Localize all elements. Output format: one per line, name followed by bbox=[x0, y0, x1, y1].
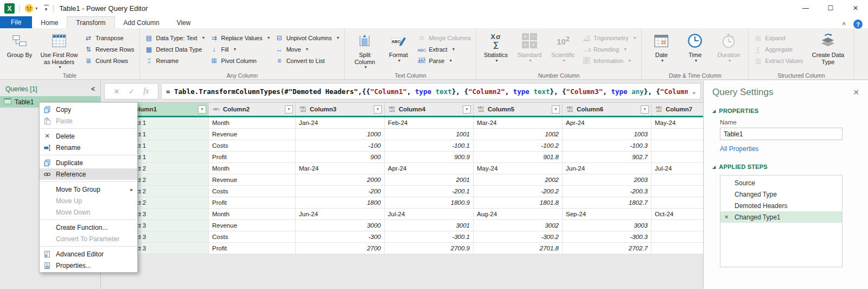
cell[interactable]: 1002 bbox=[474, 129, 563, 140]
replace-values-button[interactable]: ⇉Replace Values▼ bbox=[208, 32, 273, 43]
menu-item-create-function[interactable]: Create Function... bbox=[40, 222, 137, 233]
cell[interactable]: May-24 bbox=[474, 163, 563, 174]
quick-access-customize-button[interactable]: ▼ bbox=[44, 5, 49, 12]
cell[interactable]: 2003 bbox=[563, 174, 652, 186]
formula-check-icon[interactable]: ✓ bbox=[129, 87, 135, 96]
cell[interactable]: -200 bbox=[296, 186, 385, 197]
column-header-column4[interactable]: ABC123Column4▼ bbox=[385, 103, 474, 116]
cell[interactable]: 1001 bbox=[385, 129, 474, 140]
cell[interactable] bbox=[652, 174, 703, 186]
cell[interactable]: Costs bbox=[209, 140, 296, 152]
cell[interactable]: Jul-24 bbox=[652, 163, 703, 174]
filter-dropdown-icon[interactable]: ▼ bbox=[463, 105, 471, 114]
cell[interactable] bbox=[652, 152, 703, 163]
fx-icon[interactable]: fx bbox=[143, 87, 149, 96]
feedback-smiley-button[interactable]: ▼ bbox=[24, 4, 39, 13]
cell[interactable]: 2702.7 bbox=[563, 243, 652, 254]
cell[interactable]: 902.7 bbox=[563, 152, 652, 163]
cell[interactable]: Apr-24 bbox=[563, 117, 652, 129]
cell[interactable]: Aug-24 bbox=[474, 209, 563, 220]
cell[interactable]: -100 bbox=[296, 140, 385, 152]
applied-steps-section-header[interactable]: ◢ APPLIED STEPS bbox=[712, 164, 843, 170]
cell[interactable]: 1000 bbox=[296, 129, 385, 140]
applied-step-source[interactable]: Source bbox=[720, 177, 842, 189]
cell[interactable]: Jul-24 bbox=[385, 209, 474, 220]
collapse-ribbon-icon[interactable]: ^ bbox=[843, 21, 846, 28]
count-rows-button[interactable]: ≣Count Rows bbox=[82, 55, 137, 66]
menu-item-advanced-editor[interactable]: Advanced Editor bbox=[40, 248, 137, 260]
cell[interactable]: 2701.8 bbox=[474, 243, 563, 254]
formula-expand-icon[interactable]: ⌄ bbox=[688, 87, 696, 95]
column-header-column6[interactable]: ABC123Column6▼ bbox=[563, 103, 652, 116]
create-data-type-button[interactable]: Create Data Type bbox=[805, 30, 851, 65]
applied-step-changed-type1[interactable]: ✕Changed Type1 bbox=[720, 211, 842, 223]
cell[interactable]: 3001 bbox=[385, 220, 474, 231]
cell[interactable] bbox=[652, 186, 703, 197]
cell[interactable]: -100.2 bbox=[474, 140, 563, 152]
cell[interactable]: Mar-24 bbox=[296, 163, 385, 174]
filter-dropdown-icon[interactable]: ▼ bbox=[374, 105, 382, 114]
cell[interactable]: 3000 bbox=[296, 220, 385, 231]
column-header-column3[interactable]: ABC123Column3▼ bbox=[296, 103, 385, 116]
cell[interactable]: Revenue bbox=[209, 220, 296, 231]
menu-item-copy[interactable]: Copy bbox=[40, 104, 137, 115]
cell[interactable] bbox=[652, 243, 703, 254]
column-header-column2[interactable]: ABCColumn2▼ bbox=[209, 103, 296, 116]
unpivot-columns-button[interactable]: ⊟Unpivot Columns▼ bbox=[273, 32, 342, 43]
use-first-row-as-headers-button[interactable]: Use First Row as Headers▼ bbox=[36, 30, 82, 70]
applied-step-changed-type[interactable]: Changed Type bbox=[720, 189, 842, 200]
all-properties-link[interactable]: All Properties bbox=[720, 145, 843, 153]
minimize-button[interactable]: — bbox=[793, 0, 818, 16]
cell[interactable]: May-24 bbox=[652, 117, 703, 129]
cell[interactable]: 900 bbox=[296, 152, 385, 163]
statistics-button[interactable]: Xσ∑Statistics▼ bbox=[479, 30, 513, 63]
data-type-text-button[interactable]: ▤Data Type: Text▼ bbox=[143, 32, 208, 43]
cell[interactable]: 2002 bbox=[474, 174, 563, 186]
cell[interactable]: 900.9 bbox=[385, 152, 474, 163]
transpose-button[interactable]: ⇄Transpose bbox=[82, 32, 137, 43]
cell[interactable]: 1800.9 bbox=[385, 197, 474, 209]
filter-dropdown-icon[interactable]: ▼ bbox=[641, 105, 649, 114]
column-header-column7[interactable]: ABC123Column7▼ bbox=[652, 103, 703, 116]
cell[interactable]: -300 bbox=[296, 231, 385, 243]
query-settings-close-icon[interactable]: ✕ bbox=[853, 88, 859, 97]
cell[interactable]: 2700 bbox=[296, 243, 385, 254]
tab-transform[interactable]: Transform bbox=[67, 16, 114, 28]
tab-home[interactable]: Home bbox=[32, 16, 67, 28]
cell[interactable]: Month bbox=[209, 163, 296, 174]
cell[interactable] bbox=[652, 197, 703, 209]
parse-button[interactable]: abcParse▼ bbox=[415, 55, 473, 66]
cell[interactable]: -300.3 bbox=[563, 231, 652, 243]
tab-file[interactable]: File bbox=[0, 16, 32, 28]
cell[interactable]: Profit bbox=[209, 152, 296, 163]
cell[interactable]: Profit bbox=[209, 243, 296, 254]
menu-item-rename[interactable]: Rename bbox=[40, 142, 137, 153]
pivot-column-button[interactable]: ⊞Pivot Column bbox=[208, 55, 273, 66]
cell[interactable]: Jan-24 bbox=[296, 117, 385, 129]
cell[interactable]: -200.1 bbox=[385, 186, 474, 197]
cell[interactable]: 2001 bbox=[385, 174, 474, 186]
cell[interactable]: 2700.9 bbox=[385, 243, 474, 254]
cell[interactable]: 901.8 bbox=[474, 152, 563, 163]
cell[interactable]: 1800 bbox=[296, 197, 385, 209]
fill-button[interactable]: ↓Fill▼ bbox=[208, 43, 273, 55]
cell[interactable]: Revenue bbox=[209, 174, 296, 186]
delete-step-icon[interactable]: ✕ bbox=[724, 214, 729, 220]
cell[interactable]: 3003 bbox=[563, 220, 652, 231]
cell[interactable]: -100.3 bbox=[563, 140, 652, 152]
extract-button[interactable]: ABC123Extract▼ bbox=[415, 43, 473, 55]
menu-item-properties[interactable]: Properties... bbox=[40, 260, 137, 271]
query-name-input[interactable] bbox=[720, 128, 843, 140]
cell[interactable]: 1003 bbox=[563, 129, 652, 140]
format-button[interactable]: ABCFormat▼ bbox=[381, 30, 415, 63]
filter-dropdown-icon[interactable]: ▼ bbox=[552, 105, 560, 114]
properties-section-header[interactable]: ◢ PROPERTIES bbox=[712, 108, 843, 114]
reverse-rows-button[interactable]: ⇅Reverse Rows bbox=[82, 43, 137, 55]
date-button[interactable]: Date▼ bbox=[644, 30, 678, 63]
cell[interactable]: Jun-24 bbox=[563, 163, 652, 174]
menu-item-move-to-group[interactable]: Move To Group▸ bbox=[40, 184, 137, 195]
column-header-column5[interactable]: ABC123Column5▼ bbox=[474, 103, 563, 116]
close-button[interactable]: ✕ bbox=[843, 0, 868, 16]
move-button[interactable]: ↔Move▼ bbox=[273, 43, 342, 55]
tab-add-column[interactable]: Add Column bbox=[115, 16, 168, 28]
